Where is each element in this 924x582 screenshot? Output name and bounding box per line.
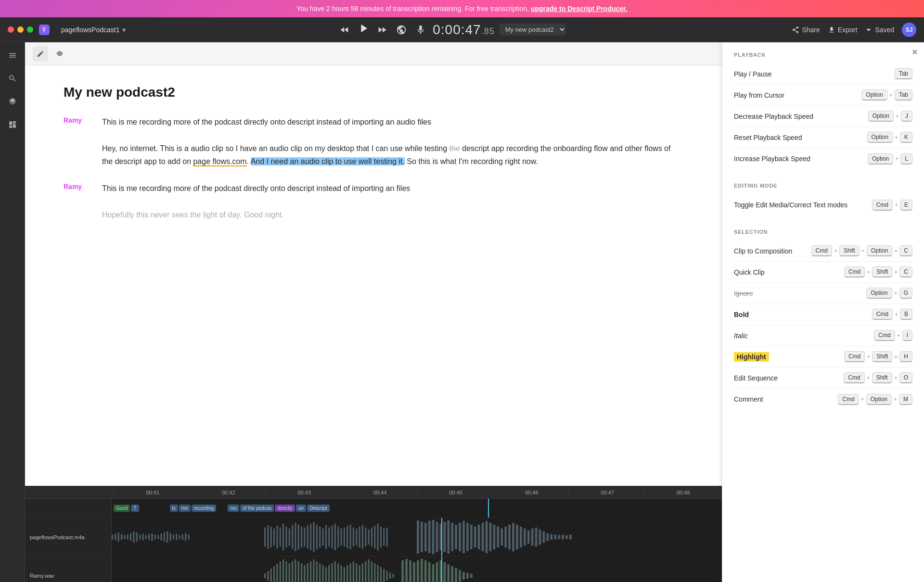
pen-tool-button[interactable] <box>33 46 48 62</box>
svg-rect-34 <box>285 527 287 547</box>
close-window-button[interactable] <box>8 26 14 33</box>
svg-rect-22 <box>176 534 177 541</box>
chip-is[interactable]: is <box>170 505 178 512</box>
export-button[interactable]: Export <box>828 26 857 34</box>
svg-rect-150 <box>389 573 391 579</box>
svg-rect-15 <box>154 535 156 540</box>
svg-rect-20 <box>169 533 171 541</box>
speaker-label-3: Ramy <box>64 182 92 195</box>
keys-highlight: Cmd + Shift + H <box>844 351 912 362</box>
key-shift-2: Shift <box>872 266 892 278</box>
svg-rect-16 <box>157 535 159 539</box>
chip-t[interactable]: T <box>131 505 139 512</box>
keys-toggle-edit: Cmd + E <box>872 200 912 211</box>
shortcut-clip-to-comp: Clip to Composition Cmd + Shift + Option… <box>734 240 912 262</box>
key-tab: Tab <box>895 68 912 79</box>
transcript-area[interactable]: My new podcast2 Ramy This is me recordin… <box>25 65 722 486</box>
section-playback: PLAYBACK Play / Pause Tab Play from Curs… <box>722 42 924 173</box>
key-j: J <box>901 111 912 122</box>
waveform-1[interactable] <box>112 518 722 556</box>
select-tool-button[interactable] <box>52 46 67 62</box>
svg-rect-165 <box>451 566 453 582</box>
svg-rect-102 <box>546 533 549 541</box>
keys-clip-to-comp: Cmd + Shift + Option + C <box>811 245 912 256</box>
svg-rect-31 <box>276 526 278 548</box>
transcript-text-2[interactable]: Hey, no internet. This is a audio clip s… <box>102 142 683 168</box>
plus-16: + <box>867 375 870 381</box>
svg-rect-44 <box>316 525 318 549</box>
keys-bold: Cmd + B <box>872 309 912 320</box>
chip-on[interactable]: on <box>296 505 306 512</box>
svg-rect-100 <box>539 530 541 545</box>
chip-directly[interactable]: directly <box>275 505 295 512</box>
composition-selector[interactable]: My new podcast2 <box>500 24 566 36</box>
svg-rect-130 <box>328 565 330 582</box>
svg-rect-133 <box>337 563 339 582</box>
svg-rect-52 <box>341 529 342 546</box>
svg-rect-161 <box>436 562 438 582</box>
plus-11: + <box>894 290 898 297</box>
waveform-2[interactable] <box>112 557 722 582</box>
chip-good[interactable]: Good <box>114 505 130 512</box>
svg-rect-38 <box>298 525 299 549</box>
svg-rect-53 <box>344 528 345 547</box>
minimize-window-button[interactable] <box>17 26 24 33</box>
svg-rect-93 <box>512 523 514 551</box>
key-option-4: Option <box>868 153 893 164</box>
hamburger-icon[interactable] <box>5 48 20 63</box>
saved-button[interactable]: Saved <box>865 26 894 34</box>
maximize-window-button[interactable] <box>27 26 33 33</box>
svg-rect-88 <box>493 525 496 549</box>
banner-link[interactable]: upgrade to Descript Producer. <box>531 5 628 13</box>
svg-rect-24 <box>182 534 183 540</box>
svg-rect-61 <box>368 530 370 545</box>
layers-icon[interactable] <box>5 94 20 109</box>
svg-rect-126 <box>316 561 318 582</box>
shortcut-comment: Comment Cmd + Option + M <box>734 389 912 410</box>
shortcut-name-play-from-cursor: Play from Cursor <box>734 91 784 99</box>
banner-text: You have 2 hours 58 minutes of transcrip… <box>296 5 529 13</box>
svg-rect-45 <box>319 527 321 547</box>
transcript-text-1[interactable]: This is me recording more of the podcast… <box>102 115 683 128</box>
shortcut-quick-clip: Quick Clip Cmd + Shift + C <box>734 262 912 283</box>
panel-close-button[interactable]: ✕ <box>909 46 920 58</box>
mic-button[interactable] <box>413 23 428 37</box>
keys-increase-speed: Option + L <box>868 153 912 164</box>
svg-rect-123 <box>307 563 308 582</box>
chip-recording[interactable]: recording <box>192 505 217 512</box>
transcript-text-3[interactable]: This is me recording more of the podcast… <box>102 182 683 195</box>
avatar[interactable]: SJ <box>902 23 916 37</box>
search-icon[interactable] <box>5 71 20 86</box>
svg-rect-58 <box>359 527 360 547</box>
project-dropdown-icon[interactable]: ▾ <box>122 26 126 34</box>
rewind-button[interactable] <box>337 23 352 37</box>
key-k: K <box>900 132 912 143</box>
chip-mo[interactable]: mo <box>228 505 239 512</box>
chip-descript[interactable]: Descript <box>307 505 330 512</box>
plus-7: + <box>861 248 865 254</box>
chip-me[interactable]: me <box>179 505 191 512</box>
svg-rect-135 <box>344 567 345 582</box>
play-pause-button[interactable] <box>357 22 370 38</box>
chip-podcast[interactable]: of the podcas <box>240 505 274 512</box>
svg-rect-10 <box>139 535 141 540</box>
transcript-text-4[interactable]: Hopefully this never sees the light of d… <box>102 208 683 221</box>
svg-rect-144 <box>371 561 372 582</box>
svg-rect-145 <box>374 563 375 582</box>
share-button[interactable]: Share <box>792 26 820 34</box>
shortcut-name-quick-clip: Quick Clip <box>734 268 765 276</box>
playhead-waveform-2 <box>441 557 442 582</box>
svg-rect-80 <box>462 521 465 553</box>
fast-forward-button[interactable] <box>375 23 389 37</box>
svg-rect-1 <box>112 535 113 540</box>
ruler-mark-6: 00:46 <box>493 490 569 495</box>
keys-reset-speed: Option + K <box>867 132 912 143</box>
plus-18: + <box>861 396 864 403</box>
key-cmd-6: Cmd <box>844 351 865 362</box>
svg-rect-17 <box>160 534 162 541</box>
effects-button[interactable] <box>394 23 409 37</box>
svg-rect-109 <box>264 573 266 578</box>
underlined-text: page flows.com <box>193 157 246 166</box>
shortcut-play-from-cursor: Play from Cursor Option + Tab <box>734 85 912 106</box>
templates-icon[interactable] <box>5 117 20 132</box>
